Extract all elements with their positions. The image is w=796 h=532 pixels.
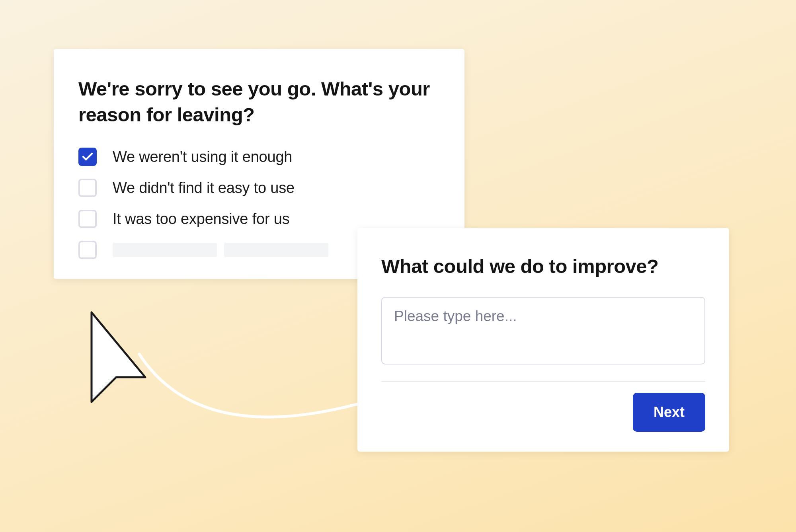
option-label: It was too expensive for us <box>113 210 290 228</box>
checkbox-unchecked[interactable] <box>78 210 97 228</box>
option-not-easy[interactable]: We didn't find it easy to use <box>78 179 440 197</box>
placeholder-bar <box>113 243 217 257</box>
exit-reason-title: We're sorry to see you go. What's your r… <box>78 76 440 128</box>
option-too-expensive[interactable]: It was too expensive for us <box>78 210 440 228</box>
card-footer: Next <box>381 393 705 432</box>
cursor-icon <box>80 310 167 430</box>
checkbox-unchecked[interactable] <box>78 179 97 197</box>
improve-title: What could we do to improve? <box>381 253 705 279</box>
option-not-using-enough[interactable]: We weren't using it enough <box>78 148 440 166</box>
next-button[interactable]: Next <box>633 393 705 432</box>
feedback-input[interactable] <box>381 297 705 364</box>
improve-feedback-card: What could we do to improve? Next <box>357 228 729 452</box>
divider <box>381 381 705 382</box>
connector-curve <box>111 350 390 454</box>
option-label: We didn't find it easy to use <box>113 179 295 197</box>
option-label: We weren't using it enough <box>113 148 292 166</box>
checkbox-unchecked[interactable] <box>78 241 97 259</box>
check-icon <box>82 152 93 161</box>
checkbox-checked[interactable] <box>78 148 97 166</box>
placeholder-bar <box>224 243 328 257</box>
